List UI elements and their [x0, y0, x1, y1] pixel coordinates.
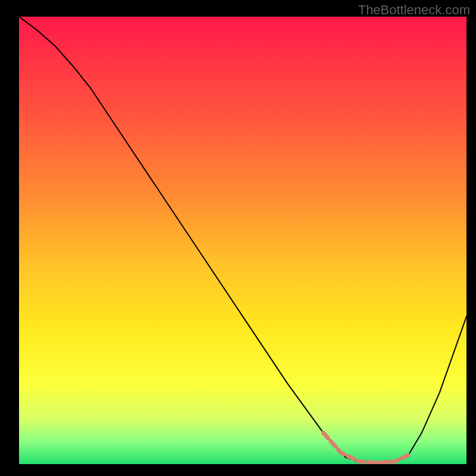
plot-background: [19, 17, 466, 464]
chart-svg: [0, 0, 476, 476]
chart-container: TheBottleneck.com: [0, 0, 476, 476]
watermark-text: TheBottleneck.com: [358, 2, 470, 18]
